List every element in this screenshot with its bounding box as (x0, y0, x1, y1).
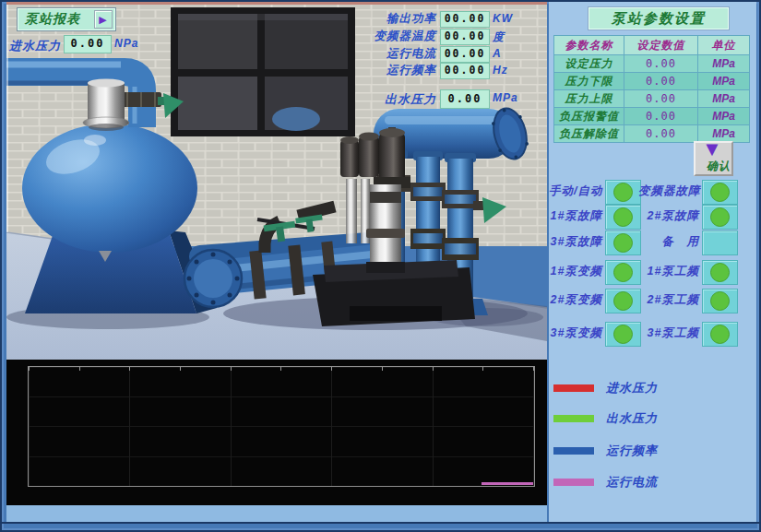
trend-chart-ticks (29, 367, 534, 371)
parameter-table-header: 参数名称 设定数值 单位 (554, 36, 750, 55)
param-name: 设定压力 (554, 55, 624, 73)
lamp-dot (613, 233, 633, 253)
vfd-temperature-label: 变频器温度 (311, 29, 436, 44)
label-pump1-mains: 1#泵工频 (638, 260, 699, 283)
running-current-value: 00.00 (440, 46, 490, 63)
lamp-dot (613, 207, 633, 227)
legend-swatch-outlet-pressure (553, 415, 594, 422)
tank-vent-cylinder (83, 79, 129, 132)
running-current-trace (482, 482, 533, 485)
running-frequency-label: 运行频率 (311, 63, 436, 78)
label-spare: 备 用 (638, 231, 699, 254)
param-name: 压力上限 (554, 90, 624, 108)
table-row: 负压报警值 0.00 MPa (554, 108, 750, 125)
running-frequency-unit: Hz (493, 64, 508, 77)
vfd-temperature-unit: 度 (493, 30, 505, 45)
pump-station-hmi: { "report_button": { "label": "泵站报表", "i… (0, 0, 761, 532)
lamp-manual-auto (605, 180, 641, 205)
lamp-dot (710, 263, 730, 282)
legend-label-inlet-pressure: 进水压力 (606, 380, 658, 396)
lamp-dot (710, 325, 730, 344)
lamp-dot (613, 291, 633, 311)
label-pump3-vfd: 3#泵变频 (549, 322, 602, 345)
inlet-pressure-value: 0.00 (64, 35, 112, 53)
confirm-button[interactable]: ▼ 确认 (694, 141, 733, 176)
table-row: 压力下限 0.00 MPa (554, 73, 750, 90)
outlet-pressure-value: 0.00 (440, 89, 490, 109)
report-button-label: 泵站报表 (25, 11, 80, 28)
param-unit: MPa (698, 55, 750, 73)
bottom-strip (6, 505, 547, 522)
bottom-border (0, 522, 761, 524)
lamp-dot (710, 291, 730, 311)
play-icon[interactable]: ▶ (94, 10, 113, 29)
lamp-pump1-fault (605, 205, 641, 230)
legend-swatch-inlet-pressure (553, 384, 594, 392)
vfd-temperature-value: 00.00 (440, 29, 490, 45)
label-vfd-fault: 变频器故障 (638, 180, 699, 203)
param-setpoint-field[interactable]: 0.00 (624, 108, 698, 125)
output-power-unit: KW (493, 12, 513, 25)
table-row: 压力上限 0.00 MPa (554, 90, 750, 108)
inlet-pressure-unit: NPa (114, 37, 138, 50)
lamp-pump3-vfd (605, 322, 641, 347)
table-row: 设定压力 0.00 MPa (554, 55, 750, 73)
running-current-unit: A (493, 47, 502, 60)
lamp-pump3-fault (605, 231, 641, 255)
param-name: 压力下限 (554, 73, 624, 90)
label-pump1-vfd: 1#泵变频 (549, 260, 602, 283)
lamp-vfd-fault (702, 180, 738, 205)
parameter-panel: 泵站参数设置 参数名称 设定数值 单位 设定压力 0.00 MPa 压力下限 0… (549, 2, 756, 522)
running-current-label: 运行电流 (311, 46, 436, 62)
lamp-dot (613, 263, 633, 282)
confirm-button-label: 确认 (707, 159, 731, 174)
output-power-value: 00.00 (440, 11, 490, 28)
trend-chart (6, 360, 547, 505)
running-frequency-value: 00.00 (440, 63, 490, 79)
lamp-pump1-mains (702, 260, 738, 285)
lamp-pump2-vfd (605, 289, 641, 313)
output-power-label: 输出功率 (311, 11, 436, 27)
param-setpoint-field[interactable]: 0.00 (624, 55, 698, 73)
label-pump2-fault: 2#泵故障 (638, 205, 699, 228)
param-setpoint-field[interactable]: 0.00 (624, 125, 698, 143)
report-button[interactable]: 泵站报表 ▶ (17, 7, 116, 31)
outlet-pressure-label: 出水压力 (311, 91, 436, 108)
param-setpoint-field[interactable]: 0.00 (624, 90, 698, 108)
param-name: 负压报警值 (554, 108, 624, 125)
param-unit: MPa (698, 90, 750, 108)
lamp-pump3-mains (702, 322, 738, 347)
pump-room-3d-view: 泵站报表 ▶ 进水压力 0.00 NPa 输出功率 00.00 KW 变频器温度… (6, 2, 547, 360)
header-setpoint: 设定数值 (624, 36, 698, 55)
parameter-table: 参数名称 设定数值 单位 设定压力 0.00 MPa 压力下限 0.00 MPa… (553, 35, 750, 143)
down-triangle-icon: ▼ (702, 139, 722, 160)
param-unit: MPa (698, 108, 750, 125)
param-name: 负压解除值 (554, 125, 624, 143)
lamp-pump2-fault (702, 205, 738, 230)
lamp-pump1-vfd (605, 260, 641, 285)
label-pump3-fault: 3#泵故障 (549, 231, 602, 254)
label-pump3-mains: 3#泵工频 (638, 322, 699, 345)
lamp-spare (702, 231, 738, 255)
inlet-pressure-label: 进水压力 (8, 38, 61, 54)
ceiling-line (6, 2, 547, 5)
label-pump2-mains: 2#泵工频 (638, 289, 699, 312)
header-param-name: 参数名称 (554, 36, 624, 55)
trend-chart-grid (28, 366, 535, 487)
label-manual-auto: 手动/自动 (549, 180, 602, 203)
legend-label-running-current: 运行电流 (606, 474, 658, 491)
lamp-dot (710, 207, 730, 227)
legend-swatch-running-frequency (553, 447, 594, 455)
lamp-dot (613, 183, 633, 202)
lamp-dot (613, 325, 633, 344)
label-pump2-vfd: 2#泵变频 (549, 289, 602, 312)
legend-label-outlet-pressure: 出水压力 (606, 410, 658, 427)
header-unit: 单位 (698, 36, 750, 55)
param-unit: MPa (698, 73, 750, 90)
legend-label-running-frequency: 运行频率 (606, 443, 658, 459)
panel-title: 泵站参数设置 (588, 6, 730, 30)
lamp-pump2-mains (702, 289, 738, 313)
label-pump1-fault: 1#泵故障 (549, 205, 602, 228)
lamp-dot (710, 183, 730, 202)
param-setpoint-field[interactable]: 0.00 (624, 73, 698, 90)
